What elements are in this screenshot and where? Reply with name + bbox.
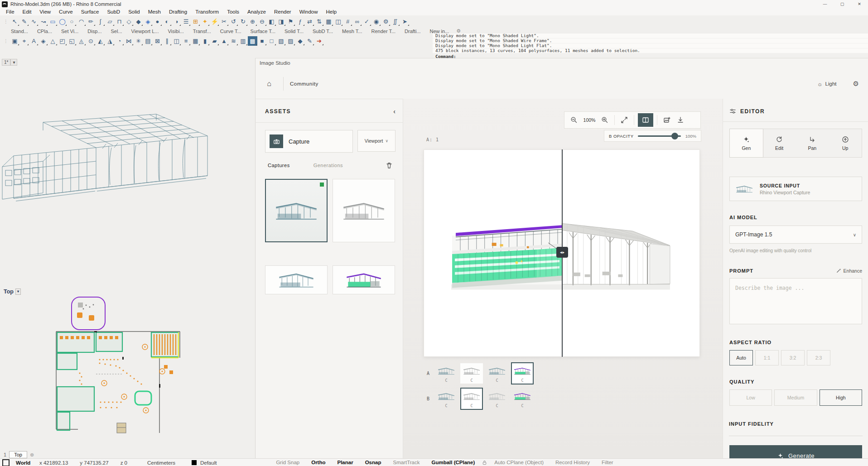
aspect-ratio-option[interactable]: 1:1	[755, 350, 779, 365]
toolbar-tab[interactable]: Surface T...	[246, 29, 280, 34]
minimize-button[interactable]: —	[816, 0, 834, 8]
opacity-slider[interactable]	[638, 135, 680, 137]
toolbar-icon[interactable]: ◱	[67, 36, 77, 46]
toolbar-icon[interactable]: ✎	[19, 17, 29, 26]
menu-item[interactable]: Solid	[124, 8, 144, 15]
frame-thumbnail[interactable]: C	[511, 389, 534, 409]
top-viewport-title[interactable]: Top	[4, 288, 14, 295]
toolbar-icon[interactable]: ◯	[58, 17, 67, 26]
toolbar-icon[interactable]: ⊞	[191, 17, 200, 26]
asset-thumbnail[interactable]	[333, 179, 395, 242]
asset-thumbnail[interactable]	[265, 265, 328, 294]
aspect-ratio-option[interactable]: 3:2	[781, 350, 805, 365]
split-compare-button[interactable]	[638, 113, 653, 127]
toolbar-icon[interactable]: ⊙	[86, 36, 96, 46]
toolbar-icon[interactable]: ↻	[238, 17, 248, 26]
capture-button[interactable]: Capture	[265, 130, 353, 153]
toolbar-icon[interactable]: ✎	[305, 36, 314, 46]
tab-captures[interactable]: Captures	[268, 163, 290, 168]
toolbar-tab[interactable]: Curve T...	[216, 29, 246, 34]
frame-thumbnail[interactable]: C	[486, 389, 508, 409]
toolbar-icon[interactable]: ✦	[200, 17, 210, 26]
enhance-button[interactable]: Enhance	[836, 268, 862, 274]
asset-thumbnail[interactable]	[333, 265, 395, 294]
mode-edit-button[interactable]: Edit	[763, 129, 796, 157]
close-button[interactable]: ✕	[851, 0, 868, 8]
toolbar-icon[interactable]: ∥	[162, 36, 172, 46]
toolbar-icon[interactable]: ➤	[400, 17, 410, 26]
toolbar-icon[interactable]: A	[29, 36, 39, 46]
toolbar-tab[interactable]: Set Vi...	[57, 29, 83, 34]
toolbar-icon[interactable]: ▦	[191, 36, 200, 46]
viewport-dropdown[interactable]: Viewport ∨	[357, 130, 395, 152]
toolbar-icon[interactable]: ▲	[219, 36, 229, 46]
menu-item[interactable]: Tools	[223, 8, 243, 15]
menu-item[interactable]: Help	[322, 8, 341, 15]
community-link[interactable]: Community	[290, 81, 318, 86]
viewport-layout-icon[interactable]	[2, 459, 10, 466]
toolbar-icon[interactable]: ◆	[134, 17, 143, 26]
tab-generations[interactable]: Generations	[313, 163, 343, 168]
source-input-card[interactable]: SOURCE INPUT Rhino Viewport Capture	[729, 177, 862, 201]
toolbar-icon[interactable]: ∫	[96, 17, 105, 26]
toolbar-icon[interactable]: ▨	[286, 36, 295, 46]
toolbar-icon[interactable]: ◇	[124, 17, 134, 26]
toolbar-icon[interactable]: ◔	[115, 36, 124, 46]
menu-item[interactable]: Curve	[55, 8, 77, 15]
toolbar-icon[interactable]: ▩	[248, 36, 257, 46]
zoom-out-icon[interactable]	[568, 114, 580, 126]
layer-color-swatch[interactable]	[192, 460, 197, 465]
toolbar-icon[interactable]: ⚑	[286, 17, 295, 26]
menu-item[interactable]: View	[35, 8, 55, 15]
status-toggle[interactable]: Gumball (CPlane)	[425, 460, 481, 466]
toolbar-icon[interactable]: ▮	[200, 36, 210, 46]
toolbar-icon[interactable]: ≋	[229, 36, 238, 46]
viewport-tab-top[interactable]: Top	[9, 451, 27, 458]
frame-thumbnail[interactable]: C	[511, 362, 534, 384]
cplane-world[interactable]: World	[16, 460, 39, 466]
toolbar-icon[interactable]: ▱	[105, 17, 115, 26]
toolbar-icon[interactable]: ➔	[314, 36, 324, 46]
toolbar-icon[interactable]: ⚡	[210, 17, 219, 26]
toolbar-icon[interactable]: ⊓	[115, 17, 124, 26]
frame-thumbnail[interactable]: C	[460, 388, 483, 410]
toolbar-icon[interactable]: ◈	[143, 17, 153, 26]
toolbar-icon[interactable]: ⇄	[305, 17, 314, 26]
toolbar-icon[interactable]: ∞	[352, 17, 362, 26]
toolbar-tab[interactable]: New in...	[425, 29, 454, 34]
toolbar-icon[interactable]: □	[267, 36, 276, 46]
status-toggle[interactable]: Grid Snap	[270, 460, 305, 466]
ai-model-select[interactable]: GPT-Image 1.5 ∨	[729, 226, 862, 244]
mode-up-button[interactable]: Up	[829, 129, 862, 157]
menu-item[interactable]: Edit	[19, 8, 36, 15]
toolbar-icon[interactable]: ▣	[10, 36, 19, 46]
quality-option[interactable]: Medium	[774, 389, 817, 406]
toolbar-tab[interactable]: Transf...	[188, 29, 216, 34]
fit-view-icon[interactable]	[618, 114, 630, 126]
toolbar-icon[interactable]: ▥	[238, 36, 248, 46]
lock-icon[interactable]	[482, 460, 487, 466]
toolbar-icon[interactable]: ◧	[267, 17, 276, 26]
toolbar-icon[interactable]: ◆	[295, 36, 305, 46]
toolbar-icon[interactable]: ◫	[172, 36, 181, 46]
panel-title[interactable]: Image Studio	[260, 60, 290, 66]
maximize-button[interactable]: ▢	[834, 0, 851, 8]
current-layer[interactable]: Default	[200, 460, 217, 466]
menu-item[interactable]: Window	[295, 8, 322, 15]
toolbar-icon[interactable]: ◑	[172, 17, 181, 26]
toolbar-tab[interactable]: Viewport L...	[127, 29, 164, 34]
status-toggle[interactable]: Record History	[550, 460, 596, 466]
toolbar-icon[interactable]: ✏	[86, 17, 96, 26]
toolbar-icon[interactable]: ✳	[134, 36, 143, 46]
cplane-compass-icon[interactable]: ⊕	[30, 452, 34, 458]
toolbar-icon[interactable]: ◮	[105, 36, 115, 46]
menu-item[interactable]: SubD	[103, 8, 124, 15]
floor-plan-viewport-drawing[interactable]	[51, 293, 232, 443]
frame-thumbnail[interactable]: C	[435, 389, 458, 409]
toolbar-icon[interactable]: #	[343, 17, 352, 26]
toolbar-tab[interactable]: CPla...	[33, 29, 57, 34]
top-viewport-label[interactable]: Top ▾	[4, 288, 21, 295]
toolbar-icon[interactable]: ⊖	[257, 17, 267, 26]
viewport-tab-label[interactable]: 1*	[2, 59, 10, 66]
toolbar-tab[interactable]: Visibi...	[163, 29, 188, 34]
